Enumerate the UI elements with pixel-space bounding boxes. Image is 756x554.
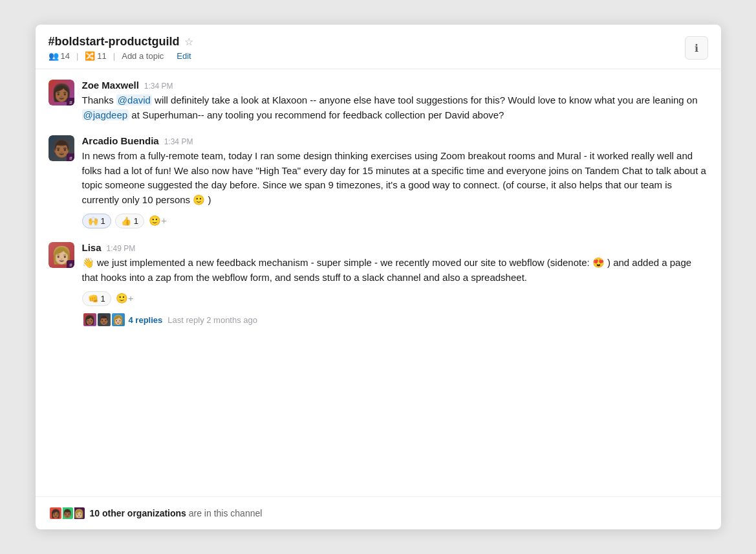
lisa-message-body: Lisa 1:49 PM 👋 we just implemented a new… [82, 242, 708, 327]
arcadio-header: Arcadio Buendia 1:34 PM [82, 135, 708, 146]
lisa-badge-icon: # [69, 262, 72, 268]
message-arcadio: 👨🏾 # Arcadio Buendia 1:34 PM In news fro… [49, 135, 708, 229]
reply-time: Last reply 2 months ago [167, 315, 257, 325]
raised-hands-emoji: 🙌 [88, 216, 98, 226]
arcadio-badge: # [67, 153, 74, 161]
org-count: 10 other organizations [90, 508, 186, 518]
fist-count: 1 [101, 294, 105, 304]
lisa-text: 👋 we just implemented a new feedback mec… [82, 256, 708, 285]
messages-area: 👩🏾 # Zoe Maxwell 1:34 PM Thanks @david w… [36, 69, 721, 496]
arcadio-badge-icon: # [69, 155, 72, 161]
footer: 👩🏾 👨🏾 👩🏼 10 other organizations are in t… [36, 496, 721, 529]
lisa-name: Lisa [82, 242, 102, 253]
channel-name-row: #boldstart-productguild ☆ [49, 35, 194, 49]
org-avatar-1: 👩🏾 [49, 506, 63, 520]
channels-icon: 🔀 [85, 51, 95, 61]
arcadio-message-body: Arcadio Buendia 1:34 PM In news from a f… [82, 135, 708, 229]
reply-avatar-2: 👨🏾 [96, 312, 112, 327]
separator-2: | [113, 51, 115, 61]
arcadio-name: Arcadio Buendia [82, 135, 159, 146]
reaction-thumbsup[interactable]: 👍 1 [115, 214, 144, 228]
zoe-name: Zoe Maxwell [82, 80, 139, 91]
member-count: 14 [61, 51, 70, 61]
lisa-badge: # [67, 260, 74, 268]
arcadio-text: In news from a fully-remote team, today … [82, 149, 708, 207]
reply-avatar-3: 👩🏼 [111, 312, 126, 327]
add-reaction-lisa[interactable]: 🙂+ [115, 290, 135, 307]
add-reaction-arcadio[interactable]: 🙂+ [148, 212, 167, 229]
mention-david[interactable]: @david [116, 94, 152, 105]
info-button[interactable]: ℹ [685, 36, 708, 60]
message-lisa: 👩🏼 # Lisa 1:49 PM 👋 we just implemented … [49, 242, 708, 327]
members-icon: 👥 [49, 51, 59, 61]
header-meta: 👥 14 | 🔀 11 | Add a topic Edit [49, 51, 194, 61]
org-avatars-group: 👩🏾 👨🏾 👩🏼 [49, 506, 83, 520]
channel-header: #boldstart-productguild ☆ 👥 14 | 🔀 11 | … [36, 25, 721, 69]
add-topic-link[interactable]: Add a topic [122, 51, 164, 61]
avatar-zoe: 👩🏾 # [49, 80, 74, 105]
footer-text: 10 other organizations are in this chann… [90, 508, 263, 518]
raised-hands-count: 1 [101, 216, 105, 226]
add-reaction-icon: 🙂+ [149, 215, 167, 227]
zoe-header: Zoe Maxwell 1:34 PM [82, 80, 708, 91]
arcadio-reactions: 🙌 1 👍 1 🙂+ [82, 212, 708, 229]
reaction-raised-hands[interactable]: 🙌 1 [82, 214, 111, 228]
thread-replies[interactable]: 👩🏾 👨🏾 👩🏼 4 replies Last reply 2 months a… [82, 312, 708, 327]
channel-count-item: 🔀 11 [85, 51, 106, 61]
header-left: #boldstart-productguild ☆ 👥 14 | 🔀 11 | … [49, 35, 194, 61]
reply-avatar-1: 👩🏾 [82, 312, 98, 327]
zoe-badge-icon: # [69, 100, 72, 105]
lisa-reactions: 👊 1 🙂+ [82, 290, 708, 307]
lisa-header: Lisa 1:49 PM [82, 242, 708, 253]
info-icon: ℹ [695, 42, 698, 54]
app-window: #boldstart-productguild ☆ 👥 14 | 🔀 11 | … [36, 25, 721, 529]
mention-jagdeep[interactable]: @jagdeep [82, 109, 129, 120]
footer-suffix: are in this channel [189, 508, 263, 518]
zoe-message-body: Zoe Maxwell 1:34 PM Thanks @david will d… [82, 80, 708, 122]
avatar-lisa: 👩🏼 # [49, 242, 74, 268]
reaction-fist[interactable]: 👊 1 [82, 291, 111, 306]
channel-name: #boldstart-productguild [49, 35, 180, 49]
thumbsup-count: 1 [134, 216, 138, 226]
separator-1: | [76, 51, 78, 61]
reply-count: 4 replies [129, 315, 163, 325]
member-count-item: 👥 14 [49, 51, 70, 61]
add-reaction-lisa-icon: 🙂+ [116, 293, 134, 304]
star-icon[interactable]: ☆ [184, 36, 193, 48]
zoe-timestamp: 1:34 PM [144, 82, 173, 91]
channel-count: 11 [97, 51, 106, 61]
edit-link[interactable]: Edit [177, 51, 191, 61]
avatar-arcadio: 👨🏾 # [49, 135, 74, 161]
message-zoe: 👩🏾 # Zoe Maxwell 1:34 PM Thanks @david w… [49, 80, 708, 122]
arcadio-timestamp: 1:34 PM [164, 137, 193, 146]
thumbsup-emoji: 👍 [121, 216, 131, 226]
fist-emoji: 👊 [88, 294, 98, 304]
reply-avatars: 👩🏾 👨🏾 👩🏼 [82, 312, 124, 327]
lisa-timestamp: 1:49 PM [107, 244, 136, 253]
zoe-badge: # [67, 98, 74, 105]
zoe-text: Thanks @david will definitely take a loo… [82, 93, 708, 122]
